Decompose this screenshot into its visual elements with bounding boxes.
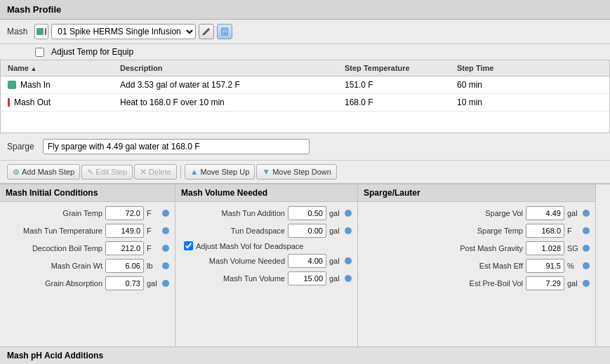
row1-icon	[8, 81, 16, 89]
tun-deadspace-input[interactable]	[288, 224, 326, 238]
delete-button[interactable]: ✕ Delete	[134, 164, 177, 180]
delete-icon: ✕	[140, 167, 147, 177]
mash-volume-needed-input[interactable]	[288, 254, 326, 268]
grain-temp-input[interactable]	[105, 206, 144, 220]
row2-icon	[8, 98, 10, 107]
field-grain-absorption: Grain Absorption gal	[6, 276, 169, 290]
field-tun-deadspace: Tun Deadspace gal	[181, 224, 352, 238]
field-mash-tun-volume: Mash Tun Volume gal	[181, 271, 352, 285]
mash-edit-icon[interactable]	[199, 24, 214, 39]
add-step-button[interactable]: ⊕ Add Mash Step	[7, 164, 80, 180]
field-mash-tun-temp: Mash Tun Temperature F	[6, 224, 169, 238]
adjust-mash-vol-row: Adjust Mash Vol for Deadspace	[181, 241, 352, 250]
panel-sparge-lauter: Sparge/Lauter Sparge Vol gal Sparge Temp…	[358, 184, 596, 346]
field-sparge-vol: Sparge Vol gal	[364, 206, 590, 220]
field-est-mash-eff: Est Mash Eff %	[364, 259, 590, 273]
row2-step-temp: 168.0 F	[342, 96, 454, 109]
mash-profile-select[interactable]: 01 Spike HERMS Single Infusion	[51, 24, 196, 39]
est-pre-boil-vol-input[interactable]	[526, 276, 564, 290]
mash-tun-volume-dot[interactable]	[345, 275, 352, 282]
adjust-row: Adjust Temp for Equip	[0, 44, 610, 60]
col-description: Description	[117, 62, 342, 74]
mash-tun-addition-dot[interactable]	[345, 210, 352, 217]
panels-row: Mash Initial Conditions Grain Temp F Mas…	[0, 184, 610, 346]
panel-volume-needed-content: Mash Tun Addition gal Tun Deadspace gal …	[175, 202, 357, 293]
tun-deadspace-dot[interactable]	[345, 227, 352, 234]
panel-initial-conditions-title: Mash Initial Conditions	[0, 184, 175, 202]
row1-step-time: 60 min	[454, 79, 538, 91]
svg-point-2	[224, 32, 226, 34]
grain-absorption-input[interactable]	[105, 276, 144, 290]
sparge-input[interactable]	[43, 139, 310, 154]
field-mash-volume-needed: Mash Volume Needed gal	[181, 254, 352, 268]
mash-save-icon[interactable]	[217, 24, 232, 39]
field-decoction-boil-temp: Decoction Boil Temp F	[6, 241, 169, 255]
col-name: Name	[5, 62, 117, 74]
mash-row: Mash 01 Spike HERMS Single Infusion	[0, 20, 610, 44]
mash-tun-volume-input[interactable]	[288, 271, 326, 285]
field-grain-temp: Grain Temp F	[6, 206, 169, 220]
panel-sparge-lauter-content: Sparge Vol gal Sparge Temp F Post Mash G…	[358, 202, 595, 298]
mash-volume-needed-dot[interactable]	[345, 257, 352, 264]
sparge-vol-input[interactable]	[526, 206, 564, 220]
sparge-label: Sparge	[7, 142, 34, 151]
toolbar-separator	[180, 166, 181, 178]
bottom-section: Mash pH Acid Additions	[0, 346, 610, 364]
decoction-boil-temp-input[interactable]	[105, 241, 144, 255]
est-pre-boil-vol-dot[interactable]	[583, 280, 590, 287]
edit-icon: ✎	[87, 168, 93, 177]
main-container: Mash Profile Mash 01 Spike HERMS Single …	[0, 0, 610, 364]
post-mash-gravity-dot[interactable]	[583, 245, 590, 252]
field-mash-tun-addition: Mash Tun Addition gal	[181, 206, 352, 220]
sparge-row: Sparge	[0, 133, 610, 161]
move-up-icon: ▲	[190, 167, 199, 177]
mash-grain-wt-input[interactable]	[105, 259, 144, 273]
add-icon: ⊕	[13, 167, 20, 177]
adjust-temp-label[interactable]: Adjust Temp for Equip	[51, 47, 133, 57]
move-down-button[interactable]: ▼ Move Step Down	[256, 164, 337, 180]
row2-description: Heat to 168.0 F over 10 min	[117, 96, 342, 109]
panel-volume-needed-title: Mash Volume Needed	[175, 184, 357, 202]
mash-label: Mash	[7, 27, 27, 36]
bottom-title: Mash pH Acid Additions	[7, 351, 103, 360]
mash-tun-temp-dot[interactable]	[162, 227, 169, 234]
table-row[interactable]: Mash Out Heat to 168.0 F over 10 min 168…	[1, 94, 609, 112]
row1-name: Mash In	[5, 79, 117, 91]
field-mash-grain-wt: Mash Grain Wt lb	[6, 259, 169, 273]
mash-tun-temp-input[interactable]	[105, 224, 144, 238]
panel-volume-needed: Mash Volume Needed Mash Tun Addition gal…	[175, 184, 358, 346]
row1-description: Add 3.53 gal of water at 157.2 F	[117, 79, 342, 91]
est-mash-eff-input[interactable]	[526, 259, 564, 273]
grain-temp-dot[interactable]	[162, 210, 169, 217]
mash-select-wrapper: 01 Spike HERMS Single Infusion	[34, 24, 232, 39]
edit-step-button[interactable]: ✎ Edit Step	[81, 165, 133, 180]
adjust-temp-checkbox[interactable]	[35, 48, 44, 57]
page-title: Mash Profile	[7, 4, 61, 15]
mash-tun-addition-input[interactable]	[288, 206, 326, 220]
table-header: Name Description Step Temperature Step T…	[1, 60, 609, 76]
adjust-mash-vol-label[interactable]: Adjust Mash Vol for Deadspace	[196, 242, 303, 250]
sparge-temp-input[interactable]	[526, 224, 564, 238]
sparge-temp-dot[interactable]	[583, 227, 590, 234]
field-sparge-temp: Sparge Temp F	[364, 224, 590, 238]
field-post-mash-gravity: Post Mash Gravity SG	[364, 241, 590, 255]
mash-grain-wt-dot[interactable]	[162, 262, 169, 269]
move-up-button[interactable]: ▲ Move Step Up	[185, 164, 256, 180]
col-step-time: Step Time	[454, 62, 538, 74]
panel-overflow	[596, 184, 610, 346]
table-container: Name Description Step Temperature Step T…	[0, 60, 610, 133]
decoction-boil-temp-dot[interactable]	[162, 245, 169, 252]
move-down-icon: ▼	[262, 167, 270, 177]
sparge-vol-dot[interactable]	[583, 210, 590, 217]
field-est-pre-boil-vol: Est Pre-Boil Vol gal	[364, 276, 590, 290]
grain-absorption-dot[interactable]	[162, 280, 169, 287]
est-mash-eff-dot[interactable]	[583, 262, 590, 269]
table-row[interactable]: Mash In Add 3.53 gal of water at 157.2 F…	[1, 76, 609, 94]
panel-sparge-lauter-title: Sparge/Lauter	[358, 184, 595, 202]
adjust-mash-vol-checkbox[interactable]	[184, 241, 193, 250]
svg-rect-1	[223, 28, 227, 31]
post-mash-gravity-input[interactable]	[526, 241, 564, 255]
col-step-temp: Step Temperature	[342, 62, 454, 74]
section-header: Mash Profile	[0, 0, 610, 20]
row2-name: Mash Out	[5, 96, 117, 109]
